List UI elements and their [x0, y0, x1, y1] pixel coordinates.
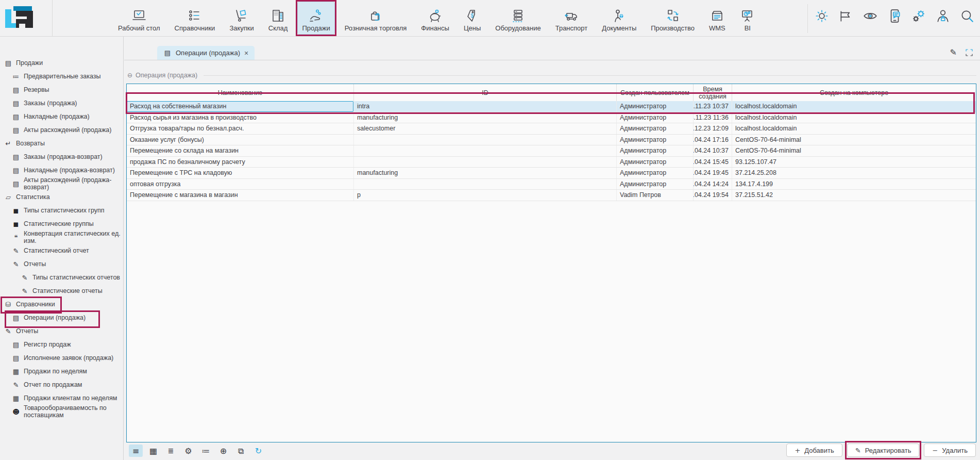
tab-operations-sale[interactable]: Операции (продажа) ×	[157, 46, 255, 60]
sidebar-item-stat-conversion[interactable]: Конвертация статистических ед. изм.	[0, 231, 123, 244]
grid-view-icon[interactable]	[146, 445, 160, 457]
table-row[interactable]: Отгрузка товара/тары по безнал.расч.sale…	[127, 123, 976, 135]
cell-id[interactable]	[354, 157, 617, 168]
module-sales[interactable]: Продажи	[297, 2, 334, 35]
sidebar-item-orders-sale[interactable]: Заказы (продажа)	[0, 96, 123, 110]
cell-id[interactable]	[354, 179, 617, 190]
table-row[interactable]: Перемещение с ТРС на кладовуюmanufacturi…	[127, 168, 976, 179]
cell-id[interactable]: salecustomer	[354, 123, 617, 134]
sidebar-item-preorders[interactable]: Предварительные заказы	[0, 70, 123, 83]
cell-created-by[interactable]: Администратор	[617, 135, 694, 145]
cell-name[interactable]: оптовая отгрузка	[127, 179, 354, 190]
cell-created-time[interactable]: 03.04.24 17:16	[694, 135, 732, 145]
flag-icon[interactable]	[838, 8, 854, 24]
delete-button[interactable]: Удалить	[924, 443, 976, 457]
fullscreen-icon[interactable]	[965, 48, 974, 57]
cell-id[interactable]	[354, 135, 617, 145]
sidebar-item-sales[interactable]: Продажи	[0, 56, 123, 70]
cell-id[interactable]: manufacturing	[354, 168, 617, 178]
cell-created-time[interactable]: 04.04.24 15:45	[694, 157, 732, 168]
sidebar-item-sales-register[interactable]: Регистр продаж	[0, 338, 123, 351]
module-equipment[interactable]: Оборудование	[491, 2, 545, 35]
cell-name[interactable]: Расход сырья из магазина в производство	[127, 112, 354, 123]
table-row[interactable]: Расход на собственный магазинintraАдмини…	[127, 101, 976, 112]
table-row[interactable]: Перемещение с магазина в магазинpVadim П…	[127, 190, 976, 201]
cell-created-time[interactable]: 03.04.24 10:37	[694, 145, 732, 156]
tab-close-icon[interactable]: ×	[244, 49, 248, 57]
cell-name[interactable]: Перемещение со склада на магазин	[127, 145, 354, 156]
cell-created-on[interactable]: 37.214.25.208	[732, 168, 976, 178]
feedback-icon[interactable]	[887, 8, 902, 24]
sidebar-item-sales-report[interactable]: Отчет по продажам	[0, 378, 123, 391]
sidebar-item-operations-sale[interactable]: Операции (продажа)	[0, 311, 123, 324]
module-wms[interactable]: WMS	[704, 2, 730, 35]
cell-created-time[interactable]: 05.04.24 19:54	[694, 190, 732, 201]
cell-name[interactable]: Расход на собственный магазин	[127, 101, 354, 112]
visibility-icon[interactable]	[863, 8, 878, 24]
cell-created-by[interactable]: Vadim Петров	[617, 190, 694, 201]
column-header-name[interactable]: Наименование	[127, 84, 354, 101]
cell-created-on[interactable]: CentOS-70-64-minimal	[732, 145, 976, 156]
table-row[interactable]: продажа ПС по безналичному расчетуАдмини…	[127, 157, 976, 168]
cell-created-by[interactable]: Администратор	[617, 168, 694, 178]
cell-created-time[interactable]: 24.11.23 11:36	[694, 112, 732, 123]
sidebar-item-request-execution[interactable]: Исполнение заявок (продажа)	[0, 351, 123, 365]
cell-created-by[interactable]: Администратор	[617, 112, 694, 123]
collapse-icon[interactable]: ⊖	[127, 72, 132, 79]
cell-name[interactable]: Перемещение с магазина в магазин	[127, 190, 354, 201]
numbered-list-icon[interactable]	[199, 445, 213, 457]
table-row[interactable]: оптовая отгрузкаАдминистратор05.04.24 14…	[127, 179, 976, 190]
sidebar-item-discrepancy-return[interactable]: Акты расхождений (продажа-возврат)	[0, 177, 123, 190]
sidebar-item-stat-groups[interactable]: Статистические группы	[0, 217, 123, 231]
sidebar-item-client-sales-by-week[interactable]: Продажи клиентам по неделям	[0, 391, 123, 405]
profile-lock-icon[interactable]	[935, 8, 951, 24]
table-row[interactable]: Расход сырья из магазина в производствоm…	[127, 112, 976, 124]
cell-created-on[interactable]: 134.17.4.199	[732, 179, 976, 190]
cell-created-time[interactable]: 05.04.24 14:24	[694, 179, 732, 190]
cell-created-on[interactable]: 37.215.51.42	[732, 190, 976, 201]
column-header-id[interactable]: ID	[354, 84, 617, 101]
cell-created-time[interactable]: 21.12.23 12:09	[694, 123, 732, 134]
sidebar-item-stat-reports[interactable]: Статистические отчеты	[0, 284, 123, 298]
cell-created-by[interactable]: Администратор	[617, 101, 694, 112]
module-desktop[interactable]: Рабочий стол	[113, 2, 165, 35]
cell-name[interactable]: Перемещение с ТРС на кладовую	[127, 168, 354, 178]
sidebar-item-stat-report-types[interactable]: Типы статистических отчетов	[0, 271, 123, 284]
sidebar-item-reserves[interactable]: Резервы	[0, 83, 123, 96]
module-finance[interactable]: Финансы	[416, 2, 454, 35]
filter-icon[interactable]	[164, 445, 178, 457]
cell-id[interactable]: intra	[354, 101, 617, 112]
table-row[interactable]: Оказание услуг (бонусы)Администратор03.0…	[127, 135, 976, 146]
cell-name[interactable]: продажа ПС по безналичному расчету	[127, 157, 354, 168]
cell-created-on[interactable]: localhost.localdomain	[732, 101, 976, 112]
sidebar-item-invoices-return[interactable]: Накладные (продажа-возврат)	[0, 163, 123, 177]
open-in-new-icon[interactable]	[234, 445, 248, 457]
cell-created-on[interactable]: localhost.localdomain	[732, 123, 976, 134]
refresh-icon[interactable]	[251, 445, 265, 457]
add-list-icon[interactable]	[216, 445, 230, 457]
cell-created-time[interactable]: 24.11.23 10:37	[694, 101, 732, 112]
sidebar-item-reports-stat[interactable]: Отчеты	[0, 257, 123, 271]
sidebar-item-orders-return[interactable]: Заказы (продажа-возврат)	[0, 150, 123, 163]
sidebar-item-stat-group-types[interactable]: Типы статистических групп	[0, 204, 123, 217]
cell-id[interactable]: p	[354, 190, 617, 201]
sidebar-item-discrepancy-sale[interactable]: Акты расхождений (продажа)	[0, 123, 123, 137]
theme-icon[interactable]	[814, 8, 830, 24]
cell-created-on[interactable]: 93.125.107.47	[732, 157, 976, 168]
module-documents[interactable]: Документы	[597, 2, 641, 35]
sidebar-item-statistics[interactable]: Статистика	[0, 190, 123, 204]
cell-created-time[interactable]: 04.04.24 19:45	[694, 168, 732, 178]
table-row[interactable]: Перемещение со склада на магазинАдминист…	[127, 145, 976, 157]
sidebar-item-returns[interactable]: Возвраты	[0, 137, 123, 150]
cell-name[interactable]: Оказание услуг (бонусы)	[127, 135, 354, 145]
cell-id[interactable]	[354, 145, 617, 156]
cell-created-by[interactable]: Администратор	[617, 179, 694, 190]
module-retail[interactable]: Розничная торговля	[340, 2, 412, 35]
module-warehouse[interactable]: Склад	[264, 2, 293, 35]
sidebar-item-reports[interactable]: Отчеты	[0, 324, 123, 338]
module-bi[interactable]: BI	[735, 2, 760, 35]
column-header-created-on[interactable]: Создан на компьютере	[732, 84, 976, 101]
settings-icon[interactable]	[181, 445, 195, 457]
cell-name[interactable]: Отгрузка товара/тары по безнал.расч.	[127, 123, 354, 134]
list-view-icon[interactable]	[129, 445, 143, 457]
